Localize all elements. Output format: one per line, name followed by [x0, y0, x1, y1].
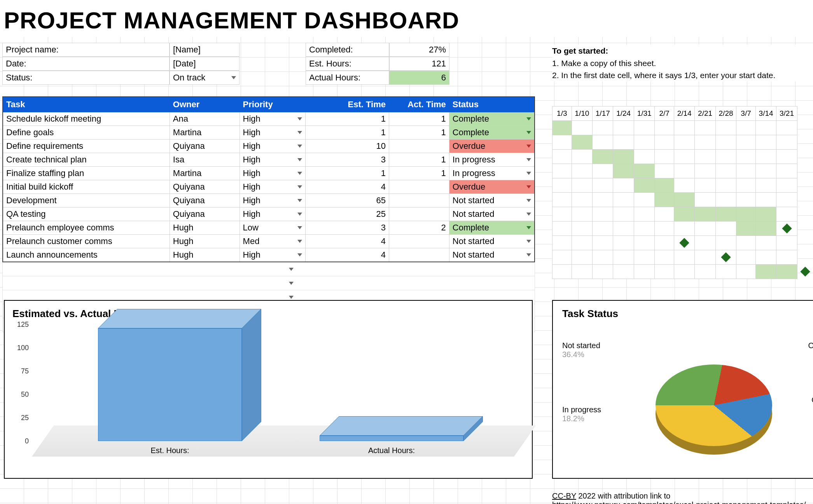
- cell-act-time[interactable]: 1: [389, 112, 449, 126]
- cell-status[interactable]: Not started: [449, 208, 535, 221]
- attribution-license[interactable]: CC-BY: [552, 492, 576, 500]
- caret-down-icon[interactable]: [526, 199, 531, 202]
- cell-priority[interactable]: High: [240, 126, 306, 140]
- caret-down-icon[interactable]: [297, 131, 302, 134]
- table-row[interactable]: Define requirementsQuiyanaHigh10Overdue: [3, 140, 535, 153]
- cell-status[interactable]: Overdue: [449, 140, 535, 153]
- cell-status[interactable]: Overdue: [449, 180, 535, 194]
- cell-priority[interactable]: High: [240, 140, 306, 153]
- cell-status[interactable]: In progress: [449, 167, 535, 180]
- cell-status[interactable]: Complete: [449, 112, 535, 126]
- caret-down-icon[interactable]: [297, 185, 302, 188]
- cell-est-time[interactable]: 25: [306, 208, 389, 221]
- caret-down-icon[interactable]: [289, 282, 294, 285]
- cell-task[interactable]: Prelaunch employee comms: [3, 221, 170, 235]
- table-row[interactable]: Define goalsMartinaHigh11Complete: [3, 126, 535, 140]
- caret-down-icon[interactable]: [297, 172, 302, 175]
- cell-task[interactable]: Define requirements: [3, 140, 170, 153]
- table-row[interactable]: Launch announcementsHughHigh4Not started: [3, 248, 535, 262]
- cell-owner[interactable]: Hugh: [170, 248, 240, 262]
- cell-task[interactable]: Define goals: [3, 126, 170, 140]
- cell-task[interactable]: Create technical plan: [3, 153, 170, 167]
- caret-down-icon[interactable]: [526, 117, 531, 120]
- cell-est-time[interactable]: 3: [306, 153, 389, 167]
- cell-owner[interactable]: Quiyana: [170, 194, 240, 208]
- cell-status[interactable]: Not started: [449, 194, 535, 208]
- cell-est-time[interactable]: 4: [306, 235, 389, 248]
- cell-owner[interactable]: Hugh: [170, 235, 240, 248]
- cell-act-time[interactable]: 1: [389, 153, 449, 167]
- caret-down-icon[interactable]: [526, 145, 531, 148]
- cell-priority[interactable]: High: [240, 112, 306, 126]
- table-row[interactable]: DevelopmentQuiyanaHigh65Not started: [3, 194, 535, 208]
- cell-status[interactable]: Not started: [449, 235, 535, 248]
- table-row[interactable]: Prelaunch employee commsHughLow32Complet…: [3, 221, 535, 235]
- caret-down-icon[interactable]: [526, 185, 531, 188]
- meta-date-value[interactable]: [Date]: [170, 57, 240, 71]
- cell-est-time[interactable]: 1: [306, 126, 389, 140]
- caret-down-icon[interactable]: [297, 145, 302, 148]
- cell-act-time[interactable]: 2: [389, 221, 449, 235]
- cell-status[interactable]: Complete: [449, 126, 535, 140]
- caret-down-icon[interactable]: [289, 296, 294, 299]
- meta-project-name-value[interactable]: [Name]: [170, 43, 240, 57]
- cell-act-time[interactable]: [389, 235, 449, 248]
- cell-act-time[interactable]: [389, 140, 449, 153]
- cell-priority[interactable]: High: [240, 167, 306, 180]
- table-row[interactable]: QA testingQuiyanaHigh25Not started: [3, 208, 535, 221]
- table-row[interactable]: Create technical planIsaHigh31In progres…: [3, 153, 535, 167]
- cell-act-time[interactable]: 1: [389, 167, 449, 180]
- cell-est-time[interactable]: 3: [306, 221, 389, 235]
- cell-act-time[interactable]: [389, 194, 449, 208]
- cell-act-time[interactable]: [389, 180, 449, 194]
- cell-owner[interactable]: Quiyana: [170, 140, 240, 153]
- cell-status[interactable]: Complete: [449, 221, 535, 235]
- caret-down-icon[interactable]: [289, 268, 294, 271]
- cell-task[interactable]: Finalize staffing plan: [3, 167, 170, 180]
- cell-owner[interactable]: Isa: [170, 153, 240, 167]
- cell-act-time[interactable]: [389, 208, 449, 221]
- cell-priority[interactable]: High: [240, 180, 306, 194]
- caret-down-icon[interactable]: [297, 199, 302, 202]
- cell-est-time[interactable]: 1: [306, 167, 389, 180]
- caret-down-icon[interactable]: [297, 213, 302, 216]
- caret-down-icon[interactable]: [526, 253, 531, 256]
- cell-priority[interactable]: Med: [240, 235, 306, 248]
- cell-task[interactable]: Initial build kickoff: [3, 180, 170, 194]
- cell-owner[interactable]: Quiyana: [170, 180, 240, 194]
- cell-task[interactable]: Prelaunch customer comms: [3, 235, 170, 248]
- caret-down-icon[interactable]: [231, 76, 236, 79]
- cell-est-time[interactable]: 4: [306, 248, 389, 262]
- cell-owner[interactable]: Ana: [170, 112, 240, 126]
- table-row[interactable]: Schedule kickoff meetingAnaHigh11Complet…: [3, 112, 535, 126]
- caret-down-icon[interactable]: [297, 226, 302, 229]
- caret-down-icon[interactable]: [526, 172, 531, 175]
- cell-est-time[interactable]: 4: [306, 180, 389, 194]
- table-row[interactable]: Initial build kickoffQuiyanaHigh4Overdue: [3, 180, 535, 194]
- cell-est-time[interactable]: 10: [306, 140, 389, 153]
- cell-owner[interactable]: Martina: [170, 167, 240, 180]
- cell-priority[interactable]: High: [240, 248, 306, 262]
- cell-owner[interactable]: Martina: [170, 126, 240, 140]
- cell-act-time[interactable]: [389, 248, 449, 262]
- caret-down-icon[interactable]: [297, 158, 302, 161]
- cell-act-time[interactable]: 1: [389, 126, 449, 140]
- caret-down-icon[interactable]: [526, 158, 531, 161]
- cell-status[interactable]: Not started: [449, 248, 535, 262]
- cell-priority[interactable]: High: [240, 194, 306, 208]
- cell-task[interactable]: Launch announcements: [3, 248, 170, 262]
- caret-down-icon[interactable]: [297, 117, 302, 120]
- cell-task[interactable]: QA testing: [3, 208, 170, 221]
- table-row[interactable]: Prelaunch customer commsHughMed4Not star…: [3, 235, 535, 248]
- caret-down-icon[interactable]: [297, 240, 302, 243]
- table-row[interactable]: Finalize staffing planMartinaHigh11In pr…: [3, 167, 535, 180]
- caret-down-icon[interactable]: [297, 253, 302, 256]
- cell-status[interactable]: In progress: [449, 153, 535, 167]
- cell-est-time[interactable]: 65: [306, 194, 389, 208]
- caret-down-icon[interactable]: [526, 131, 531, 134]
- cell-priority[interactable]: High: [240, 208, 306, 221]
- cell-owner[interactable]: Hugh: [170, 221, 240, 235]
- caret-down-icon[interactable]: [526, 213, 531, 216]
- cell-priority[interactable]: Low: [240, 221, 306, 235]
- meta-status-value[interactable]: On track: [170, 71, 240, 85]
